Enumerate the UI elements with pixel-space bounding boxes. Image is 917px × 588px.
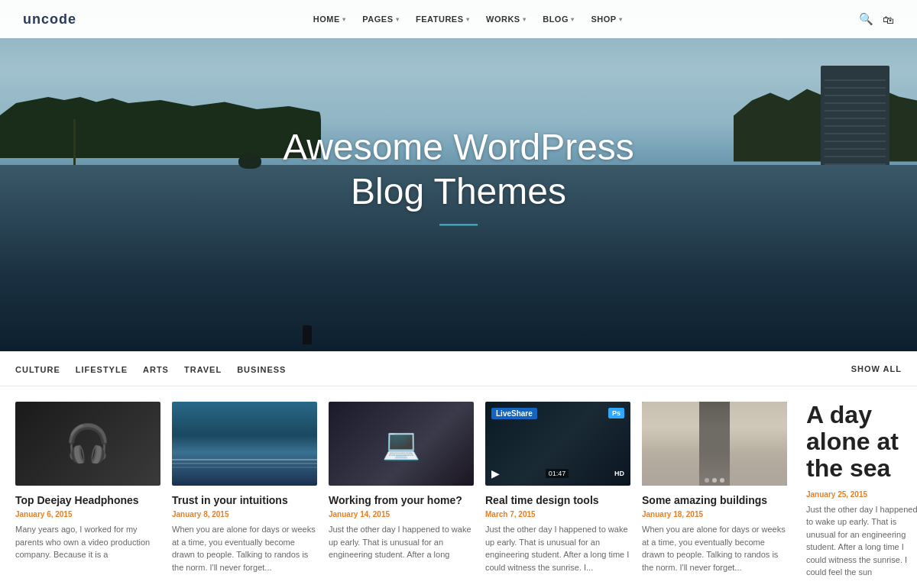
live-share-badge: LiveShare [491,408,537,419]
chevron-down-icon: ▾ [619,16,623,23]
card-3-image[interactable] [329,402,474,486]
nav-links: HOME ▾ PAGES ▾ FEATURES ▾ WORKS ▾ BLOG ▾… [313,15,622,24]
hero-building [821,66,889,165]
card-4-excerpt: Just the other day I happened to wake up… [485,523,630,573]
tab-travel[interactable]: TRAVEL [184,365,222,374]
category-tabs: CULTURE LIFESTYLE ARTS TRAVEL BUSINESS [15,362,286,376]
tab-arts[interactable]: ARTS [143,365,169,374]
card-5-excerpt: When you are alone for days or weeks at … [642,523,787,573]
card-4-title: Real time design tools [485,493,630,507]
blog-card-2: Trust in your intuitions January 8, 2015… [172,402,317,573]
ps-badge: Ps [608,408,624,418]
search-icon[interactable]: 🔍 [859,12,873,26]
play-icon[interactable]: ▶ [491,467,500,480]
hero-pole [73,119,76,165]
category-bar: CULTURE LIFESTYLE ARTS TRAVEL BUSINESS S… [0,351,917,386]
dot-1 [705,478,709,483]
card-2-title: Trust in your intuitions [172,493,317,507]
video-top: LiveShare Ps [491,408,624,419]
chevron-down-icon: ▾ [466,16,470,23]
card-2-excerpt: When you are alone for days or weeks at … [172,523,317,573]
nav-shop[interactable]: SHOP ▾ [591,15,622,24]
card-3-title: Working from your home? [329,493,474,507]
chevron-down-icon: ▾ [571,16,575,23]
nav-home[interactable]: HOME ▾ [313,15,346,24]
card-4-image[interactable]: LiveShare Ps ▶ 01:47 HD [485,402,630,486]
blog-card-4: LiveShare Ps ▶ 01:47 HD Real time design… [485,402,630,573]
logo[interactable]: uncode [23,11,76,27]
card-5-date: January 18, 2015 [642,510,787,519]
blog-card-5: Some amazing buildings January 18, 2015 … [642,402,787,573]
card-4-date: March 7, 2015 [485,510,630,519]
hero-divider [439,225,478,226]
chevron-down-icon: ▾ [396,16,400,23]
card-3-excerpt: Just the other day I happened to wake up… [329,523,474,561]
chevron-down-icon: ▾ [523,16,527,23]
nav-features[interactable]: FEATURES ▾ [416,15,469,24]
hd-badge: HD [614,470,624,477]
tab-culture[interactable]: CULTURE [15,365,60,374]
dot-3 [720,478,724,483]
blog-card-6: A dayalone atthe sea January 25, 2015 Ju… [799,402,917,579]
card-2-date: January 8, 2015 [172,510,317,519]
tab-lifestyle[interactable]: LIFESTYLE [76,365,128,374]
card-6-date: January 25, 2015 [806,490,917,499]
main-nav: uncode HOME ▾ PAGES ▾ FEATURES ▾ WORKS ▾… [0,0,917,38]
nav-icons: 🔍 🛍 [859,12,894,26]
card-6-excerpt: Just the other day I happened to wake up… [806,503,917,579]
card-1-excerpt: Many years ago, I worked for my parents … [15,523,160,561]
chevron-down-icon: ▾ [342,16,346,23]
card-1-date: January 6, 2015 [15,510,160,519]
dot-2 [712,478,717,483]
video-bottom: ▶ 01:47 HD [491,467,624,480]
hero-title: Awesome WordPress Blog Themes [283,125,634,213]
card-5-image[interactable] [642,402,787,486]
tab-business[interactable]: BUSINESS [237,365,286,374]
hero-rock [238,153,261,169]
card-6-big-title: A dayalone atthe sea [806,402,917,483]
card-5-title: Some amazing buildings [642,493,787,507]
hero-section: Awesome WordPress Blog Themes [0,0,917,351]
show-all-link[interactable]: SHOW ALL [851,364,902,373]
card-1-title: Top Deejay Headphones [15,493,160,507]
nav-pages[interactable]: PAGES ▾ [362,15,399,24]
blog-grid: Top Deejay Headphones January 6, 2015 Ma… [0,386,917,588]
image-dots [642,478,787,483]
nav-works[interactable]: WORKS ▾ [486,15,526,24]
video-overlay: LiveShare Ps ▶ 01:47 HD [485,402,630,486]
nav-blog[interactable]: BLOG ▾ [543,15,574,24]
card-1-image[interactable] [15,402,160,486]
corridor-visual [699,402,730,486]
blog-card-1: Top Deejay Headphones January 6, 2015 Ma… [15,402,160,561]
blog-card-3: Working from your home? January 14, 2015… [329,402,474,561]
card-2-image[interactable] [172,402,317,486]
cart-icon[interactable]: 🛍 [883,13,894,26]
video-time: 01:47 [546,469,569,478]
hero-figure [303,325,312,344]
card-3-date: January 14, 2015 [329,510,474,519]
hero-text: Awesome WordPress Blog Themes [283,125,634,225]
